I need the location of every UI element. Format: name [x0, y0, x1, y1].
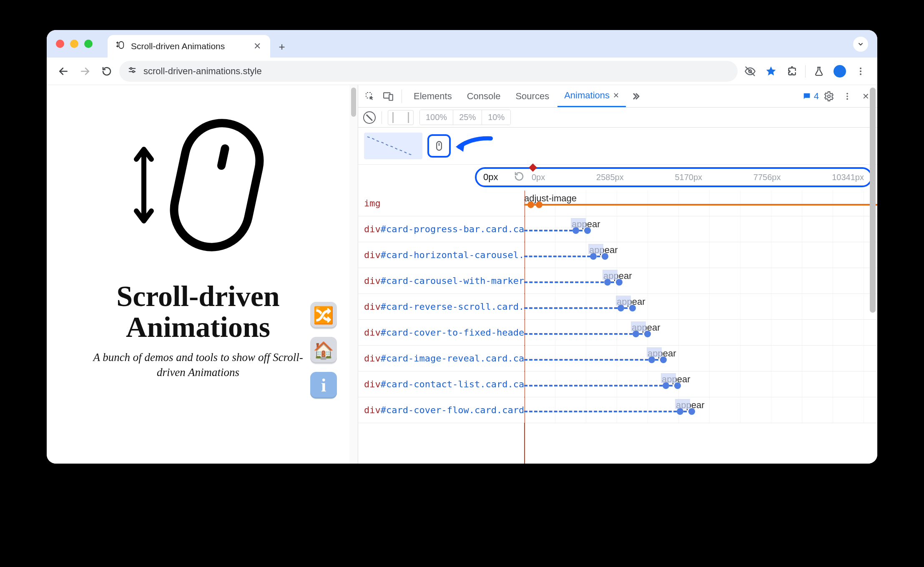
animation-row[interactable]: div#card-horizontal-carousel.appear — [358, 242, 877, 268]
row-track[interactable]: appear — [524, 268, 877, 294]
row-track[interactable]: appear — [524, 294, 877, 319]
tick: 10341px — [832, 173, 864, 182]
keyframe-dot[interactable] — [618, 305, 624, 311]
bookmark-star-icon[interactable] — [762, 62, 780, 80]
animation-row[interactable]: div#card-progress-bar.card.caappear — [358, 216, 877, 242]
svg-point-10 — [860, 70, 861, 72]
keyframe-dot[interactable] — [536, 201, 542, 208]
extensions-icon[interactable] — [783, 62, 801, 80]
animation-row[interactable]: imgadjust-image — [358, 191, 877, 216]
devtools-scrollbar[interactable] — [870, 88, 876, 313]
speed-buttons: 100% 25% 10% — [419, 110, 511, 125]
labs-icon[interactable] — [810, 62, 828, 80]
keyframe-range — [603, 270, 618, 280]
animation-row[interactable]: div#card-carousel-with-markerappear — [358, 268, 877, 294]
tab-animations[interactable]: Animations ✕ — [557, 85, 626, 107]
tab-console[interactable]: Console — [460, 85, 507, 107]
tab-elements[interactable]: Elements — [407, 85, 459, 107]
row-selector: div#card-contact-list.card.ca — [358, 379, 524, 389]
new-tab-button[interactable]: + — [273, 38, 291, 56]
keyframe-dot[interactable] — [572, 227, 579, 234]
info-button[interactable]: i — [310, 372, 337, 399]
reload-button[interactable] — [98, 62, 116, 80]
maximize-window-button[interactable] — [84, 40, 93, 48]
clear-icon[interactable] — [363, 111, 376, 124]
keyframe-bar[interactable] — [524, 359, 663, 361]
keyframe-dot[interactable] — [584, 227, 591, 234]
device-toggle-icon[interactable] — [380, 88, 397, 105]
tab-close-icon[interactable]: ✕ — [613, 91, 619, 100]
keyframe-bar[interactable] — [524, 307, 633, 309]
site-settings-icon[interactable] — [128, 65, 137, 77]
row-track[interactable]: appear — [524, 371, 877, 397]
forward-button[interactable] — [76, 62, 94, 80]
page-title: Scroll-driven Animations — [116, 281, 279, 342]
keyframe-dot[interactable] — [616, 279, 623, 286]
playhead-icon[interactable] — [529, 163, 537, 172]
row-track[interactable]: appear — [524, 242, 877, 268]
minimize-window-button[interactable] — [70, 40, 78, 48]
callout-arrow-icon — [456, 137, 493, 155]
tab-close-icon[interactable]: ✕ — [254, 41, 261, 52]
scroll-driven-toggle[interactable] — [427, 134, 451, 158]
keyframe-dot[interactable] — [688, 408, 695, 415]
messages-button[interactable]: 4 — [802, 91, 819, 102]
animation-row[interactable]: div#card-reverse-scroll.card.appear — [358, 294, 877, 320]
devtools-menu-icon[interactable] — [839, 88, 856, 105]
row-track[interactable]: adjust-image — [524, 191, 877, 216]
keyframe-dot[interactable] — [674, 382, 681, 389]
keyframe-bar[interactable] — [524, 385, 678, 386]
tick: 0px — [532, 173, 545, 182]
speed-100[interactable]: 100% — [420, 110, 453, 125]
replay-icon[interactable] — [514, 171, 524, 183]
shuffle-button[interactable]: 🔀 — [310, 302, 337, 329]
row-track[interactable]: appear — [524, 346, 877, 371]
row-track[interactable]: appear — [524, 397, 877, 423]
preview-thumbnail[interactable] — [364, 133, 422, 159]
address-bar[interactable]: scroll-driven-animations.style — [119, 61, 738, 82]
animation-group-preview — [358, 128, 877, 165]
row-track[interactable]: appear — [524, 216, 877, 242]
eye-off-icon[interactable] — [741, 62, 759, 80]
animation-row[interactable]: div#card-contact-list.card.caappear — [358, 371, 877, 397]
animation-row[interactable]: div#card-image-reveal.card.caappear — [358, 346, 877, 371]
keyframe-dot[interactable] — [604, 279, 611, 286]
row-track[interactable]: appear — [524, 320, 877, 345]
keyframe-dot[interactable] — [663, 382, 669, 389]
browser-tab[interactable]: Scroll-driven Animations ✕ — [108, 35, 270, 58]
keyframe-bar[interactable] — [524, 333, 648, 335]
keyframe-dot[interactable] — [660, 356, 667, 363]
keyframe-dot[interactable] — [677, 408, 683, 415]
keyframe-bar[interactable] — [524, 204, 877, 206]
keyframe-range — [588, 244, 603, 254]
scrollbar-thumb[interactable] — [351, 88, 356, 117]
separator — [402, 90, 402, 103]
page-scrollbar[interactable] — [349, 85, 358, 464]
more-tabs-icon[interactable] — [628, 88, 644, 105]
speed-10[interactable]: 10% — [482, 110, 510, 125]
tab-sources[interactable]: Sources — [509, 85, 556, 107]
keyframe-dot[interactable] — [590, 253, 597, 260]
keyframe-dot[interactable] — [633, 331, 639, 337]
tab-title: Scroll-driven Animations — [131, 41, 225, 51]
menu-button[interactable] — [851, 62, 870, 80]
tabs-dropdown-button[interactable] — [853, 37, 868, 52]
back-button[interactable] — [54, 62, 73, 80]
home-button[interactable]: 🏠 — [310, 337, 337, 364]
keyframe-dot[interactable] — [648, 356, 655, 363]
keyframe-dot[interactable] — [629, 305, 636, 311]
animation-row[interactable]: div#card-cover-to-fixed-headeappear — [358, 320, 877, 346]
timeline-ruler[interactable]: 0px 0px 2585px 5170px 7756px 10341px — [475, 167, 872, 187]
keyframe-dot[interactable] — [644, 331, 651, 337]
animation-row[interactable]: div#card-cover-flow.card.cardappear — [358, 397, 877, 423]
speed-25[interactable]: 25% — [453, 110, 482, 125]
keyframe-bar[interactable] — [524, 411, 692, 412]
keyframe-dot[interactable] — [602, 253, 608, 260]
keyframe-dot[interactable] — [527, 201, 534, 208]
inspect-icon[interactable] — [362, 88, 378, 105]
settings-icon[interactable] — [821, 88, 837, 105]
page-logo — [131, 114, 265, 256]
close-window-button[interactable] — [56, 40, 64, 48]
pause-button[interactable] — [388, 110, 414, 125]
profile-avatar[interactable] — [831, 62, 849, 80]
